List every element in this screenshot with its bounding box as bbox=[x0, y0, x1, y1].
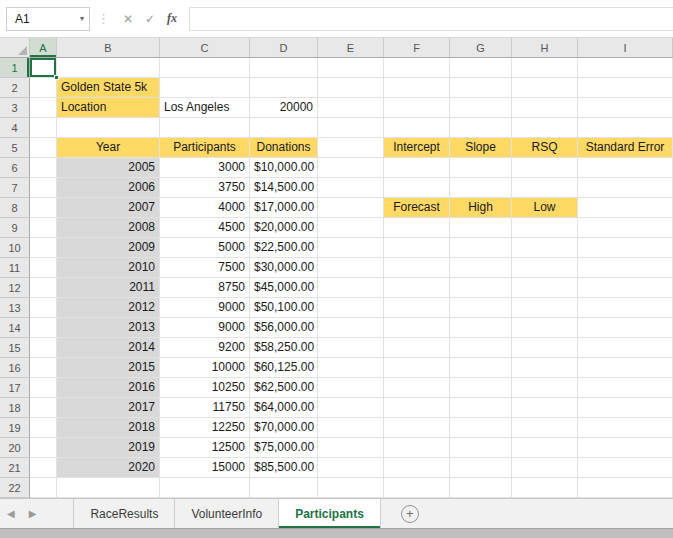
cell-I2[interactable] bbox=[578, 78, 673, 98]
cell-E1[interactable] bbox=[318, 58, 384, 78]
cell-B15[interactable]: 2014 bbox=[57, 338, 160, 358]
row-header-2[interactable]: 2 bbox=[0, 78, 30, 98]
cell-G9[interactable] bbox=[450, 218, 512, 238]
cell-H11[interactable] bbox=[512, 258, 578, 278]
cell-I7[interactable] bbox=[578, 178, 673, 198]
cell-G21[interactable] bbox=[450, 458, 512, 478]
cell-C13[interactable]: 9000 bbox=[160, 298, 250, 318]
row-header-17[interactable]: 17 bbox=[0, 378, 30, 398]
cell-I17[interactable] bbox=[578, 378, 673, 398]
cell-E22[interactable] bbox=[318, 478, 384, 498]
cell-B20[interactable]: 2019 bbox=[57, 438, 160, 458]
cell-E18[interactable] bbox=[318, 398, 384, 418]
cell-G16[interactable] bbox=[450, 358, 512, 378]
cell-D20[interactable]: $75,000.00 bbox=[250, 438, 318, 458]
cell-A19[interactable] bbox=[30, 418, 57, 438]
cell-I8[interactable] bbox=[578, 198, 673, 218]
row-header-6[interactable]: 6 bbox=[0, 158, 30, 178]
cell-B1[interactable] bbox=[57, 58, 160, 78]
cell-H15[interactable] bbox=[512, 338, 578, 358]
column-header-D[interactable]: D bbox=[250, 38, 318, 58]
new-sheet-button[interactable]: + bbox=[401, 505, 419, 523]
select-all-corner[interactable] bbox=[0, 38, 30, 58]
cell-A11[interactable] bbox=[30, 258, 57, 278]
cell-I5[interactable]: Standard Error bbox=[578, 138, 673, 158]
sheet-tab-participants[interactable]: Participants bbox=[279, 499, 381, 528]
cell-H1[interactable] bbox=[512, 58, 578, 78]
cell-D14[interactable]: $56,000.00 bbox=[250, 318, 318, 338]
cell-H10[interactable] bbox=[512, 238, 578, 258]
cell-F19[interactable] bbox=[384, 418, 450, 438]
row-header-15[interactable]: 15 bbox=[0, 338, 30, 358]
cell-A7[interactable] bbox=[30, 178, 57, 198]
cell-F15[interactable] bbox=[384, 338, 450, 358]
cell-D18[interactable]: $64,000.00 bbox=[250, 398, 318, 418]
cell-F18[interactable] bbox=[384, 398, 450, 418]
cell-I6[interactable] bbox=[578, 158, 673, 178]
column-header-G[interactable]: G bbox=[450, 38, 512, 58]
cell-E20[interactable] bbox=[318, 438, 384, 458]
cell-A2[interactable] bbox=[30, 78, 57, 98]
cell-A3[interactable] bbox=[30, 98, 57, 118]
cell-D21[interactable]: $85,500.00 bbox=[250, 458, 318, 478]
enter-icon[interactable]: ✓ bbox=[139, 12, 161, 26]
cell-F2[interactable] bbox=[384, 78, 450, 98]
name-box[interactable]: A1 ▾ bbox=[6, 7, 90, 31]
cell-D10[interactable]: $22,500.00 bbox=[250, 238, 318, 258]
cell-H16[interactable] bbox=[512, 358, 578, 378]
cell-A16[interactable] bbox=[30, 358, 57, 378]
cell-E7[interactable] bbox=[318, 178, 384, 198]
cell-D19[interactable]: $70,000.00 bbox=[250, 418, 318, 438]
cell-H12[interactable] bbox=[512, 278, 578, 298]
cell-E15[interactable] bbox=[318, 338, 384, 358]
cell-D15[interactable]: $58,250.00 bbox=[250, 338, 318, 358]
row-header-3[interactable]: 3 bbox=[0, 98, 30, 118]
cell-F6[interactable] bbox=[384, 158, 450, 178]
chevron-down-icon[interactable]: ▾ bbox=[80, 14, 84, 23]
column-header-H[interactable]: H bbox=[512, 38, 578, 58]
cell-H3[interactable] bbox=[512, 98, 578, 118]
cell-C2[interactable] bbox=[160, 78, 250, 98]
cell-C10[interactable]: 5000 bbox=[160, 238, 250, 258]
cell-G7[interactable] bbox=[450, 178, 512, 198]
cell-B7[interactable]: 2006 bbox=[57, 178, 160, 198]
cell-A17[interactable] bbox=[30, 378, 57, 398]
column-header-F[interactable]: F bbox=[384, 38, 450, 58]
cell-H19[interactable] bbox=[512, 418, 578, 438]
row-header-11[interactable]: 11 bbox=[0, 258, 30, 278]
cell-C9[interactable]: 4500 bbox=[160, 218, 250, 238]
sheet-tab-volunteerinfo[interactable]: VolunteerInfo bbox=[175, 499, 279, 528]
cell-A1[interactable] bbox=[30, 58, 57, 78]
cell-D8[interactable]: $17,000.00 bbox=[250, 198, 318, 218]
cell-C12[interactable]: 8750 bbox=[160, 278, 250, 298]
cell-I19[interactable] bbox=[578, 418, 673, 438]
cell-G6[interactable] bbox=[450, 158, 512, 178]
cell-G19[interactable] bbox=[450, 418, 512, 438]
cell-E19[interactable] bbox=[318, 418, 384, 438]
cell-D6[interactable]: $10,000.00 bbox=[250, 158, 318, 178]
cell-G20[interactable] bbox=[450, 438, 512, 458]
cell-E3[interactable] bbox=[318, 98, 384, 118]
row-header-9[interactable]: 9 bbox=[0, 218, 30, 238]
cell-C7[interactable]: 3750 bbox=[160, 178, 250, 198]
cell-H6[interactable] bbox=[512, 158, 578, 178]
cell-G12[interactable] bbox=[450, 278, 512, 298]
cell-I10[interactable] bbox=[578, 238, 673, 258]
cell-I20[interactable] bbox=[578, 438, 673, 458]
cell-F13[interactable] bbox=[384, 298, 450, 318]
cell-E4[interactable] bbox=[318, 118, 384, 138]
cell-D17[interactable]: $62,500.00 bbox=[250, 378, 318, 398]
cell-A22[interactable] bbox=[30, 478, 57, 498]
row-header-16[interactable]: 16 bbox=[0, 358, 30, 378]
cell-H4[interactable] bbox=[512, 118, 578, 138]
cell-C20[interactable]: 12500 bbox=[160, 438, 250, 458]
cell-E16[interactable] bbox=[318, 358, 384, 378]
cell-G13[interactable] bbox=[450, 298, 512, 318]
row-header-13[interactable]: 13 bbox=[0, 298, 30, 318]
row-header-1[interactable]: 1 bbox=[0, 58, 30, 78]
sheet-tab-raceresults[interactable]: RaceResults bbox=[73, 499, 175, 528]
cell-D4[interactable] bbox=[250, 118, 318, 138]
row-header-7[interactable]: 7 bbox=[0, 178, 30, 198]
cell-F16[interactable] bbox=[384, 358, 450, 378]
cell-H14[interactable] bbox=[512, 318, 578, 338]
